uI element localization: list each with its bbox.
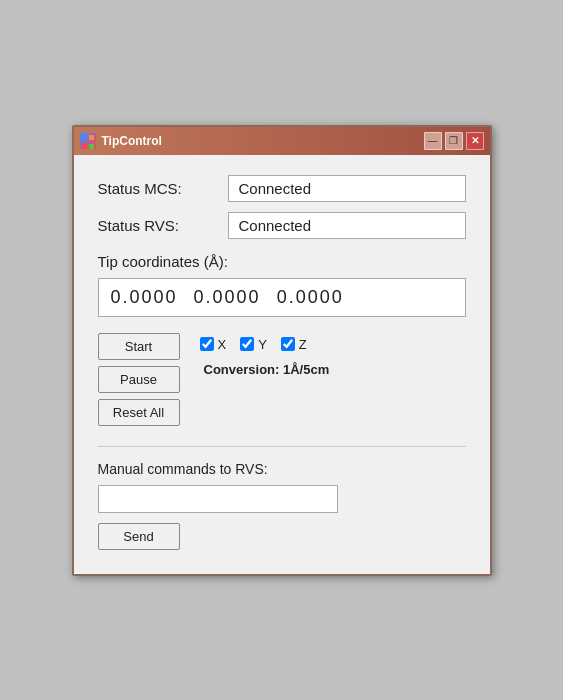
- checkbox-z[interactable]: Z: [281, 337, 307, 352]
- checkbox-x[interactable]: X: [200, 337, 227, 352]
- checkbox-y[interactable]: Y: [240, 337, 267, 352]
- coordinates-label: Tip coordinates (Å):: [98, 253, 466, 270]
- minimize-button[interactable]: —: [424, 132, 442, 150]
- start-button[interactable]: Start: [98, 333, 180, 360]
- checkbox-row: X Y Z: [200, 337, 330, 352]
- status-rvs-label: Status RVS:: [98, 217, 228, 234]
- manual-label: Manual commands to RVS:: [98, 461, 466, 477]
- title-bar: TipControl — ❐ ✕: [74, 127, 490, 155]
- app-icon: [80, 133, 96, 149]
- restore-button[interactable]: ❐: [445, 132, 463, 150]
- checkbox-z-input[interactable]: [281, 337, 295, 351]
- status-mcs-value: Connected: [228, 175, 466, 202]
- status-mcs-row: Status MCS: Connected: [98, 175, 466, 202]
- button-column: Start Pause Reset All: [98, 333, 180, 426]
- checkbox-x-input[interactable]: [200, 337, 214, 351]
- conversion-text: Conversion: 1Å/5cm: [204, 362, 330, 377]
- coord-z: 0.0000: [277, 287, 344, 308]
- send-button[interactable]: Send: [98, 523, 180, 550]
- checkbox-y-label: Y: [258, 337, 267, 352]
- status-mcs-label: Status MCS:: [98, 180, 228, 197]
- status-rvs-row: Status RVS: Connected: [98, 212, 466, 239]
- content-area: Status MCS: Connected Status RVS: Connec…: [74, 155, 490, 574]
- pause-button[interactable]: Pause: [98, 366, 180, 393]
- divider: [98, 446, 466, 447]
- manual-section: Manual commands to RVS: Send: [98, 461, 466, 550]
- main-window: TipControl — ❐ ✕ Status MCS: Connected S…: [72, 125, 492, 576]
- title-buttons: — ❐ ✕: [424, 132, 484, 150]
- checkbox-x-label: X: [218, 337, 227, 352]
- reset-all-button[interactable]: Reset All: [98, 399, 180, 426]
- checkbox-z-label: Z: [299, 337, 307, 352]
- right-controls: X Y Z Conversion: 1Å/5cm: [200, 333, 330, 377]
- window-title: TipControl: [102, 134, 162, 148]
- manual-input[interactable]: [98, 485, 338, 513]
- coord-x: 0.0000: [111, 287, 178, 308]
- close-button[interactable]: ✕: [466, 132, 484, 150]
- checkbox-y-input[interactable]: [240, 337, 254, 351]
- coordinates-display: 0.0000 0.0000 0.0000: [98, 278, 466, 317]
- title-bar-left: TipControl: [80, 133, 162, 149]
- status-rvs-value: Connected: [228, 212, 466, 239]
- controls-area: Start Pause Reset All X Y Z: [98, 333, 466, 426]
- coord-y: 0.0000: [194, 287, 261, 308]
